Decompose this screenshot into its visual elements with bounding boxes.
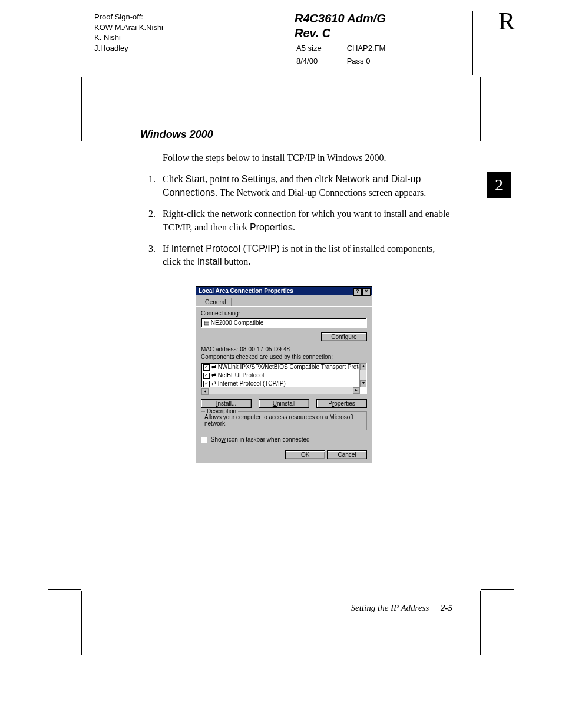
checkbox-icon[interactable]: ✓ (203, 364, 210, 371)
crop-mark (481, 90, 544, 90)
uninstall-button[interactable]: Uninstall (259, 399, 309, 408)
footer-rule (140, 597, 452, 597)
intro-text: Follow the steps below to install TCP/IP… (163, 151, 454, 164)
checkbox-icon[interactable]: ✓ (203, 373, 210, 379)
step-item: Click Start, point to Settings, and then… (158, 173, 454, 199)
page-footer: Setting the IP Address 2-5 (140, 597, 452, 613)
cancel-button[interactable]: Cancel (327, 450, 367, 459)
footer-text: Setting the IP Address 2-5 (140, 603, 452, 613)
tab-row: General (196, 295, 372, 306)
scroll-down-icon[interactable]: ▾ (360, 380, 366, 387)
ui-term: Start (186, 174, 206, 184)
components-list[interactable]: ✓⇄ NWLink IPX/SPX/NetBIOS Compatible Tra… (201, 363, 367, 394)
scroll-up-icon[interactable]: ▴ (360, 363, 366, 370)
configure-button[interactable]: CConfigureonfigure (321, 332, 367, 341)
protocol-icon: ⇄ (211, 372, 216, 378)
body-content: Windows 2000 Follow the steps below to i… (140, 129, 454, 277)
adapter-field: ▤ NE2000 Compatible (201, 318, 367, 328)
help-icon[interactable]: ? (353, 288, 362, 296)
checkbox-icon[interactable] (201, 437, 207, 443)
doc-pass: Pass 0 (346, 55, 409, 67)
crop-mark (480, 591, 481, 655)
step-item: If Internet Protocol (TCP/IP) is not in … (158, 242, 454, 269)
list-item[interactable]: ✓⇄ NWLink IPX/SPX/NetBIOS Compatible Tra… (201, 363, 366, 371)
scrollbar-horizontal[interactable]: ◂▸ (201, 387, 360, 394)
proof-line: J.Hoadley (94, 43, 163, 54)
chapter-badge: 2 (487, 172, 511, 198)
rule (280, 11, 280, 75)
crop-mark (481, 129, 514, 129)
footer-title: Setting the IP Address (351, 603, 429, 612)
dialog-title: Local Area Connection Properties (199, 287, 293, 295)
dialog-bottom: OK Cancel (196, 448, 372, 463)
titlebar-buttons: ?× (353, 287, 371, 296)
rule (472, 11, 473, 75)
proof-line: K. Nishi (94, 32, 163, 43)
list-item[interactable]: ✓⇄ NetBEUI Protocol (201, 371, 366, 380)
components-label: Components checked are used by this conn… (201, 354, 367, 360)
doc-meta: A5 sizeCHAP2.FM 8/4/00Pass 0 (295, 41, 410, 68)
crop-mark (18, 90, 81, 90)
page-marker-r: R (498, 7, 515, 35)
doc-date: 8/4/00 (296, 55, 345, 67)
description-text: Allows your computer to access resources… (204, 414, 363, 427)
crop-mark (81, 77, 82, 141)
mac-address-label: MAC address: 08-00-17-05-D9-48 (201, 346, 367, 353)
doc-file: CHAP2.FM (346, 42, 409, 54)
crop-mark (481, 644, 544, 644)
step-list: Click Start, point to Settings, and then… (140, 173, 454, 268)
crop-mark (18, 644, 81, 644)
scroll-left-icon[interactable]: ◂ (201, 388, 209, 395)
install-button[interactable]: Install... (201, 399, 252, 408)
show-icon-row[interactable]: Show icon in taskbar when connected (201, 436, 367, 443)
connect-using-label: Connect using: (201, 310, 367, 317)
section-heading: Windows 2000 (140, 129, 454, 141)
doc-size: A5 size (296, 42, 345, 54)
crop-mark (481, 589, 514, 590)
scroll-right-icon[interactable]: ▸ (353, 387, 360, 394)
ui-term: Settings (242, 174, 276, 184)
ok-button[interactable]: OK (285, 450, 325, 459)
adapter-icon: ▤ (204, 319, 209, 326)
rule (177, 12, 177, 75)
ui-term: Internet Protocol (TCP/IP) (171, 243, 280, 253)
protocol-icon: ⇄ (211, 364, 216, 370)
dialog-titlebar[interactable]: Local Area Connection Properties ?× (196, 287, 372, 295)
step-item: Right-click the network connection for w… (158, 207, 454, 234)
crop-mark (480, 77, 481, 141)
doc-rev: Rev. C (295, 27, 410, 40)
crop-mark (48, 129, 81, 129)
doc-id-block: R4C3610 Adm/G Rev. C A5 sizeCHAP2.FM 8/4… (295, 12, 410, 68)
proof-title: Proof Sign-off: (94, 12, 163, 22)
scrollbar-vertical[interactable]: ▴▾ (359, 363, 366, 387)
description-group: Description Allows your computer to acce… (201, 411, 367, 430)
crop-mark (81, 591, 82, 655)
adapter-name: NE2000 Compatible (211, 319, 264, 326)
close-icon[interactable]: × (362, 288, 371, 296)
protocol-icon: ⇄ (211, 380, 216, 387)
tab-general[interactable]: General (200, 298, 232, 306)
description-label: Description (205, 408, 238, 414)
proof-line: KOW M.Arai K.Nishi (94, 22, 163, 33)
page-number: 2-5 (441, 603, 452, 612)
properties-button[interactable]: Properties (316, 399, 367, 408)
dialog-body: Connect using: ▤ NE2000 Compatible CConf… (196, 306, 372, 448)
crop-mark (48, 589, 81, 590)
checkbox-icon[interactable]: ✓ (203, 381, 210, 387)
ui-term: Install (197, 256, 222, 266)
ui-term: Properties (250, 222, 293, 232)
dialog-window: Local Area Connection Properties ?× Gene… (196, 286, 372, 463)
doc-id: R4C3610 Adm/G (295, 12, 410, 25)
proof-signoff: Proof Sign-off: KOW M.Arai K.Nishi K. Ni… (94, 12, 163, 53)
